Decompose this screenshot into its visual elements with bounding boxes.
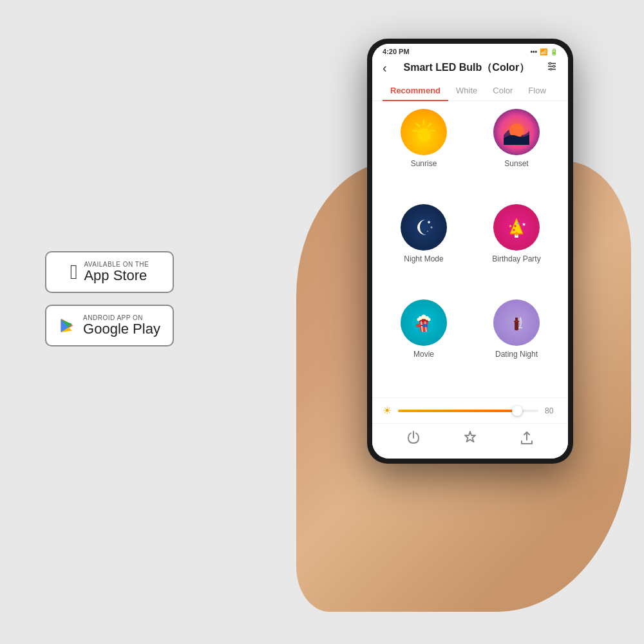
brightness-value: 80 bbox=[545, 406, 558, 415]
svg-point-21 bbox=[513, 229, 515, 231]
store-badges:  Available on the App Store ANDROID APP… bbox=[45, 251, 174, 346]
scene-icon-birthday: ★ ★ bbox=[493, 204, 540, 251]
status-bar: 4:20 PM ••• 📶 🔋 bbox=[372, 44, 568, 57]
googleplay-badge[interactable]: ANDROID APP ON Google Play bbox=[45, 305, 174, 346]
svg-marker-17 bbox=[510, 218, 523, 234]
tabs-bar: Recommend White Color Flow bbox=[372, 80, 568, 101]
top-bar: ‹ Smart LED Bulb（Color） bbox=[372, 57, 568, 80]
svg-text:+: + bbox=[471, 439, 475, 444]
svg-rect-32 bbox=[416, 324, 421, 327]
tab-white[interactable]: White bbox=[448, 80, 485, 100]
status-time: 4:20 PM bbox=[383, 48, 410, 55]
scene-item-dating[interactable]: Dating Night bbox=[473, 299, 560, 390]
svg-point-30 bbox=[417, 318, 421, 321]
scene-label-dating: Dating Night bbox=[495, 350, 538, 359]
googleplay-main-line: Google Play bbox=[83, 321, 160, 337]
scene-label-night: Night Mode bbox=[404, 254, 443, 263]
svg-text:★: ★ bbox=[509, 224, 512, 228]
svg-point-5 bbox=[550, 68, 552, 70]
scene-icon-sunrise bbox=[401, 109, 447, 155]
scene-label-sunset: Sunset bbox=[504, 159, 528, 168]
googleplay-icon bbox=[59, 317, 77, 335]
svg-point-23 bbox=[515, 232, 518, 236]
scene-label-movie: Movie bbox=[413, 350, 434, 359]
svg-rect-37 bbox=[514, 321, 519, 322]
scene-icon-dating bbox=[493, 299, 540, 346]
power-icon[interactable] bbox=[406, 430, 421, 450]
app-title: Smart LED Bulb（Color） bbox=[404, 61, 530, 75]
scene-icon-sunset bbox=[493, 109, 540, 155]
scene-grid: Sunrise Sunset bbox=[372, 101, 568, 397]
scene-label-birthday: Birthday Party bbox=[492, 254, 540, 263]
googleplay-text: ANDROID APP ON Google Play bbox=[83, 314, 160, 337]
bluetooth-icon: ••• bbox=[530, 48, 537, 55]
tab-recommend[interactable]: Recommend bbox=[383, 80, 448, 100]
svg-point-19 bbox=[515, 225, 516, 227]
scene-icon-night bbox=[401, 204, 447, 251]
svg-point-4 bbox=[553, 66, 554, 68]
slider-fill bbox=[398, 410, 517, 412]
svg-text:★: ★ bbox=[522, 222, 526, 227]
svg-rect-35 bbox=[515, 321, 518, 330]
brightness-bar: ☀ 80 bbox=[372, 397, 568, 423]
svg-point-16 bbox=[427, 231, 428, 232]
svg-point-14 bbox=[428, 221, 430, 223]
svg-point-20 bbox=[517, 223, 519, 225]
svg-line-10 bbox=[428, 124, 431, 126]
brightness-slider[interactable] bbox=[398, 410, 538, 412]
scene-item-movie[interactable]: Movie bbox=[380, 299, 468, 390]
scene-item-night[interactable]: Night Mode bbox=[380, 204, 468, 294]
svg-line-11 bbox=[417, 124, 419, 126]
status-icons: ••• 📶 🔋 bbox=[530, 48, 558, 55]
tab-color[interactable]: Color bbox=[485, 80, 520, 100]
phone-wrapper: 4:20 PM ••• 📶 🔋 ‹ Smart LED Bulb（Color） bbox=[335, 39, 605, 599]
tab-flow[interactable]: Flow bbox=[520, 80, 553, 100]
scene-label-sunrise: Sunrise bbox=[411, 159, 437, 168]
svg-point-15 bbox=[431, 227, 433, 229]
phone-frame: 4:20 PM ••• 📶 🔋 ‹ Smart LED Bulb（Color） bbox=[367, 39, 573, 464]
svg-point-3 bbox=[549, 62, 551, 64]
scene-item-sunrise[interactable]: Sunrise bbox=[380, 109, 468, 199]
apple-icon:  bbox=[70, 260, 78, 284]
wifi-icon: 📶 bbox=[540, 48, 547, 55]
scene-icon-movie bbox=[401, 299, 447, 346]
brightness-icon: ☀ bbox=[383, 404, 392, 417]
battery-icon: 🔋 bbox=[550, 48, 558, 55]
svg-point-6 bbox=[417, 128, 430, 141]
upload-icon[interactable] bbox=[519, 430, 535, 450]
slider-thumb[interactable] bbox=[512, 406, 522, 416]
scene-item-sunset[interactable]: Sunset bbox=[473, 109, 560, 199]
appstore-text: Available on the App Store bbox=[84, 261, 149, 283]
svg-rect-33 bbox=[422, 324, 428, 327]
bottom-nav: + bbox=[372, 423, 568, 459]
favorites-icon[interactable]: + bbox=[462, 430, 478, 450]
svg-point-31 bbox=[428, 318, 431, 321]
appstore-badge[interactable]:  Available on the App Store bbox=[45, 251, 174, 293]
back-button[interactable]: ‹ bbox=[383, 61, 387, 75]
phone-screen: 4:20 PM ••• 📶 🔋 ‹ Smart LED Bulb（Color） bbox=[372, 44, 568, 459]
scene-item-birthday[interactable]: ★ ★ Birthday Party bbox=[473, 204, 560, 294]
settings-icon[interactable] bbox=[546, 61, 558, 75]
appstore-main-line: App Store bbox=[84, 268, 149, 283]
